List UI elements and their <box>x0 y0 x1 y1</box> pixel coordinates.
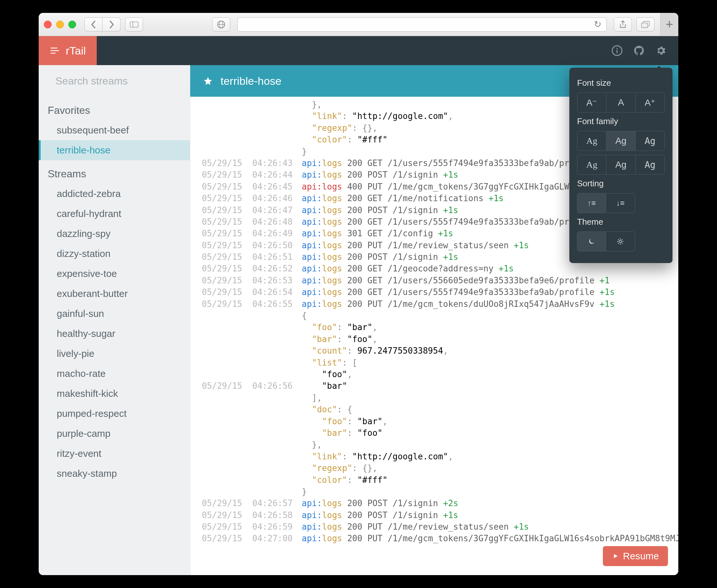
zoom-window-button[interactable] <box>68 21 76 28</box>
favorites-heading: Favorites <box>39 97 190 120</box>
font-family-button[interactable]: Ag <box>577 155 607 175</box>
search-input[interactable] <box>56 75 185 87</box>
log-line: "bar": "foo", <box>190 333 678 345</box>
settings-gear-icon[interactable] <box>655 45 667 57</box>
font-family-button[interactable]: Ag <box>607 131 635 151</box>
font-size-label: Font size <box>577 78 665 88</box>
log-line: "foo": "bar", <box>190 416 678 427</box>
stream-item[interactable]: dazzling-spy <box>39 224 190 244</box>
minimize-window-button[interactable] <box>56 21 64 28</box>
stream-item[interactable]: careful-hydrant <box>39 204 190 224</box>
stream-item[interactable]: makeshift-kick <box>39 384 190 404</box>
sidebar-toggle-button[interactable] <box>125 17 143 31</box>
stream-item[interactable]: sneaky-stamp <box>39 464 190 484</box>
log-line: 05/29/15 04:26:55api:logs 200 PUT /1/me/… <box>190 298 678 310</box>
forward-button[interactable] <box>103 17 121 31</box>
stream-item[interactable]: addicted-zebra <box>39 184 190 204</box>
search-bar <box>39 65 190 97</box>
moon-icon <box>588 237 595 245</box>
log-line: "count": 967.2477550338954, <box>190 345 678 357</box>
theme-label: Theme <box>577 217 665 227</box>
stream-item[interactable]: pumped-respect <box>39 404 190 424</box>
font-size-button[interactable]: A <box>607 92 635 112</box>
brand-label: rTail <box>66 44 86 57</box>
font-family-button[interactable]: Ag <box>607 155 635 175</box>
streams-heading: Streams <box>39 160 190 184</box>
info-icon[interactable] <box>611 45 623 57</box>
log-line: "list": [ <box>190 357 678 369</box>
log-line: 05/29/15 04:26:56 "bar" <box>190 380 678 392</box>
log-line: 05/29/15 04:27:00api:logs 200 PUT /1/me/… <box>190 532 678 544</box>
stream-item[interactable]: gainful-sun <box>39 304 190 324</box>
svg-line-18 <box>622 243 623 244</box>
log-line: } <box>190 486 678 498</box>
site-info-button[interactable] <box>212 17 230 31</box>
log-line: 05/29/15 04:26:53api:logs 200 GET /1/use… <box>190 275 678 286</box>
font-family-button[interactable]: Ag <box>577 131 607 151</box>
close-window-button[interactable] <box>44 21 51 28</box>
font-size-button[interactable]: A⁺ <box>636 92 665 112</box>
sun-icon <box>616 237 624 245</box>
new-tab-button[interactable]: + <box>660 13 678 36</box>
resume-label: Resume <box>623 551 659 562</box>
log-line: ], <box>190 392 678 404</box>
stream-title: terrible-hose <box>220 75 281 87</box>
app-root: rTail Favorites subsequent-beefterrible-… <box>39 36 678 575</box>
log-line: 05/29/15 04:26:52api:logs 200 GET /1/geo… <box>190 263 678 274</box>
sidebar: Favorites subsequent-beefterrible-hose S… <box>39 65 190 575</box>
stream-item[interactable]: ritzy-event <box>39 444 190 464</box>
log-line: 05/29/15 04:26:59api:logs 200 PUT /1/me/… <box>190 521 678 532</box>
log-line: { <box>190 310 678 321</box>
favorite-item[interactable]: subsequent-beef <box>39 120 190 140</box>
sort-asc-button[interactable]: ↑≡ <box>577 193 606 213</box>
github-icon[interactable] <box>633 45 645 57</box>
font-family-button[interactable]: Ag <box>636 131 665 151</box>
svg-rect-0 <box>130 22 138 27</box>
theme-dark-button[interactable] <box>577 231 606 251</box>
favorite-item[interactable]: terrible-hose <box>39 140 190 160</box>
stream-item[interactable]: macho-rate <box>39 364 190 384</box>
menu-icon <box>50 45 60 56</box>
star-icon[interactable] <box>203 76 213 86</box>
svg-rect-9 <box>617 50 618 54</box>
log-line: "foo", <box>190 369 678 380</box>
app-header: rTail <box>39 36 678 65</box>
log-line: "regexp": {}, <box>190 462 678 474</box>
address-bar[interactable]: ↻ <box>237 17 607 31</box>
brand[interactable]: rTail <box>39 36 97 65</box>
stream-item[interactable]: lively-pie <box>39 344 190 364</box>
back-button[interactable] <box>84 17 103 31</box>
font-family-label: Font family <box>577 117 665 126</box>
browser-window: ↻ + rTail <box>39 13 678 575</box>
reload-icon[interactable]: ↻ <box>594 19 601 30</box>
log-line: "foo": "bar", <box>190 321 678 333</box>
tabs-button[interactable] <box>636 17 654 31</box>
sort-desc-button[interactable]: ↓≡ <box>606 193 635 213</box>
theme-light-button[interactable] <box>606 231 635 251</box>
stream-item[interactable]: expensive-toe <box>39 264 190 284</box>
stream-item[interactable]: exuberant-butter <box>39 284 190 304</box>
share-button[interactable] <box>614 17 632 31</box>
titlebar: ↻ + <box>39 13 678 36</box>
log-line: 05/29/15 04:26:57api:logs 200 POST /1/si… <box>190 498 678 509</box>
svg-point-12 <box>619 240 621 243</box>
stream-item[interactable]: dizzy-station <box>39 244 190 264</box>
svg-line-17 <box>618 239 619 240</box>
log-line: "color": "#fff" <box>190 474 678 486</box>
font-size-button[interactable]: A⁻ <box>577 92 607 112</box>
stream-item[interactable]: purple-camp <box>39 424 190 444</box>
resume-button[interactable]: Resume <box>603 546 668 566</box>
log-line: 05/29/15 04:26:58api:logs 200 POST /1/si… <box>190 509 678 521</box>
svg-point-8 <box>616 48 618 49</box>
settings-popover: Font size A⁻AA⁺ Font family AgAgAg AgAgA… <box>569 68 673 263</box>
stream-item[interactable]: healthy-sugar <box>39 324 190 344</box>
sorting-label: Sorting <box>577 178 665 189</box>
log-line: "bar": "foo" <box>190 427 678 439</box>
font-family-button[interactable]: Ag <box>636 155 665 175</box>
svg-line-19 <box>618 243 619 244</box>
log-line: "link": "http://google.com", <box>190 451 678 462</box>
play-icon <box>612 552 619 560</box>
log-line: 05/29/15 04:26:54api:logs 200 GET /1/use… <box>190 286 678 298</box>
log-line: }, <box>190 439 678 450</box>
traffic-lights <box>44 21 76 28</box>
